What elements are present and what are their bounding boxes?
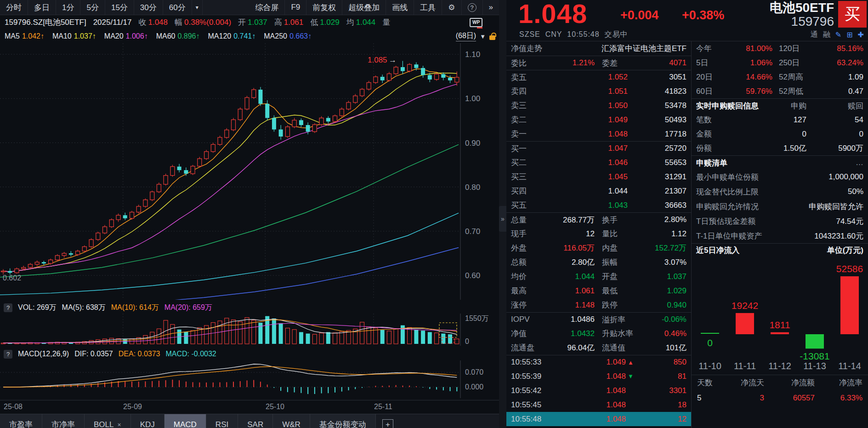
redeem-row-3: T日预估现金差额74.54元 <box>692 214 868 228</box>
period-tab-5[interactable]: 30分 <box>134 0 163 15</box>
stat-row-6: 涨停1.148跌停0.940 <box>506 298 691 312</box>
perf-row-1: 5日1.06%250日63.24% <box>692 56 868 70</box>
tick-row-4[interactable]: 10:55:481.04812 <box>506 412 691 426</box>
wp-monitor-icon[interactable]: WP <box>470 18 482 27</box>
buy-button[interactable]: 买 <box>838 1 867 28</box>
stat-row-1: 现手12量比1.12 <box>506 227 691 241</box>
perf-row-0: 今年81.00%120日85.16% <box>692 41 868 56</box>
svg-text:1811: 1811 <box>769 320 790 330</box>
tick-row-2[interactable]: 10:55:421.0483301 <box>506 383 691 398</box>
trading-app: 分时多日1分5分15分30分60分▾综合屏F9前复权超级叠加画线工具⚙?» 15… <box>0 0 868 428</box>
stat-row-4: 均价1.044开盘1.037 <box>506 269 691 284</box>
svg-text:11-12: 11-12 <box>768 361 791 371</box>
svg-text:0.70: 0.70 <box>465 227 480 236</box>
tick-row-1[interactable]: 10:55:391.048▼81 <box>506 369 691 383</box>
buy-row-4[interactable]: 买五1.04336663 <box>506 198 691 212</box>
toolbar-more-icon[interactable]: » <box>483 0 499 15</box>
price-change-pct: +0.38% <box>682 8 724 23</box>
svg-text:0: 0 <box>707 337 713 348</box>
time-axis: 25-0825-0925-1025-11 <box>0 400 499 414</box>
add-indicator-tab[interactable]: + <box>376 414 400 428</box>
vol-legend-vol: VOL: 269万 <box>18 303 57 313</box>
quote-mini-icon-2[interactable]: ✚ <box>858 30 864 39</box>
subscribe-header: 实时申购赎回信息申购赎回 <box>692 98 868 113</box>
quote-mini-icon-1[interactable]: ⊞ <box>846 30 853 39</box>
tool-item-5[interactable]: 工具 <box>414 0 442 15</box>
help-icon[interactable]: ? <box>462 0 483 15</box>
redeem-list-header[interactable]: 申赎清单… <box>692 155 868 170</box>
quote-panel-region: 1.048 +0.004 +0.38% 电池50ETF 159796 买 SZS… <box>506 0 868 428</box>
sell-row-0[interactable]: 卖五1.0523051 <box>506 70 691 84</box>
vol-legend-ma5: MA(5): 638万 <box>62 303 106 313</box>
buy-row-2[interactable]: 买三1.04531291 <box>506 170 691 184</box>
sell-row-3[interactable]: 卖二1.04950493 <box>506 113 691 127</box>
indicator-tab-W&R[interactable]: W&R <box>273 414 310 428</box>
buy-row-3[interactable]: 买四1.04421307 <box>506 184 691 198</box>
unlock-icon[interactable] <box>489 35 495 40</box>
main-candle-chart[interactable]: 1.101.000.900.800.700.601.085→0.602 <box>0 43 499 302</box>
macd-help-icon[interactable]: ? <box>4 350 12 359</box>
quote-mini-icon-0[interactable]: ✎ <box>835 30 842 39</box>
info-field-6: 量 <box>382 17 392 28</box>
redeem-row-2: 申购赎回允许情况申购赎回皆允许 <box>692 199 868 214</box>
indicator-tab-BOLL[interactable]: BOLL× <box>85 414 131 428</box>
subscribe-row-1: 金额00 <box>692 127 868 141</box>
month-label-25-10: 25-10 <box>266 403 284 411</box>
tool-item-0[interactable]: 综合屏 <box>249 0 285 15</box>
indicator-tab-KDJ[interactable]: KDJ <box>131 414 165 428</box>
buy-row-0[interactable]: 买一1.04725720 <box>506 141 691 155</box>
ma-legend-item-2: MA201.006↑ <box>104 32 148 40</box>
period-tab-1[interactable]: 多日 <box>28 0 56 15</box>
svg-text:11-11: 11-11 <box>734 361 756 371</box>
tool-item-4[interactable]: 画线 <box>386 0 414 15</box>
svg-text:0.60: 0.60 <box>465 271 480 280</box>
tab-close-icon[interactable]: × <box>117 421 121 428</box>
svg-text:-13081: -13081 <box>800 351 829 361</box>
svg-text:1.085: 1.085 <box>368 56 387 64</box>
exchange-label: SZSE CNY 10:55:48 交易中 <box>519 30 628 40</box>
tool-item-1[interactable]: F9 <box>285 0 306 15</box>
sell-row-1[interactable]: 卖四1.05141823 <box>506 84 691 98</box>
symbol-label: 159796.SZ[电池50ETF] <box>5 17 86 28</box>
period-tab-3[interactable]: 5分 <box>80 0 105 15</box>
period-tab-4[interactable]: 15分 <box>105 0 134 15</box>
range-caret-icon[interactable]: ▼ <box>480 33 486 40</box>
sell-row-2[interactable]: 卖三1.05053478 <box>506 98 691 113</box>
toolbar-spacer <box>203 0 250 15</box>
info-field-5: 均1.044 <box>346 17 376 28</box>
period-tab-2[interactable]: 1分 <box>56 0 80 15</box>
indicator-tab-市净率[interactable]: 市净率 <box>42 414 85 428</box>
indicator-tab-SAR[interactable]: SAR <box>238 414 273 428</box>
settings-gear-icon[interactable]: ⚙ <box>442 0 461 15</box>
month-label-25-11: 25-11 <box>374 403 392 411</box>
tool-item-2[interactable]: 前复权 <box>306 0 342 15</box>
bar-count-label[interactable]: (68日) <box>456 31 476 41</box>
tool-item-3[interactable]: 超级叠加 <box>342 0 386 15</box>
buy-row-1[interactable]: 买二1.04655653 <box>506 155 691 170</box>
instrument-name-block: 电池50ETF 159796 <box>770 1 834 29</box>
svg-text:0.602: 0.602 <box>3 274 21 282</box>
quote-header: 1.048 +0.004 +0.38% 电池50ETF 159796 买 SZS… <box>506 0 868 41</box>
flow-bar-chart: 0192421811-130815258611-1011-1111-1211-1… <box>692 257 868 375</box>
quote-info-bar: 159796.SZ[电池50ETF]2025/11/17收1.048幅0.38%… <box>0 15 499 29</box>
nav-row[interactable]: 净值走势汇添富中证电池主题ETF <box>506 41 691 56</box>
svg-text:0.070: 0.070 <box>465 368 483 376</box>
expand-panel-handle[interactable]: » <box>499 206 506 232</box>
tick-row-3[interactable]: 10:55:451.04818 <box>506 398 691 412</box>
volume-chart[interactable]: 1550万0 <box>0 314 499 348</box>
period-tab-6[interactable]: 60分 <box>163 0 192 15</box>
indicator-tab-MACD[interactable]: MACD <box>165 414 206 428</box>
indicator-tab-基金份额变动[interactable]: 基金份额变动 <box>310 414 376 428</box>
svg-text:0.80: 0.80 <box>465 183 480 192</box>
svg-text:0: 0 <box>465 337 469 345</box>
period-tab-0[interactable]: 分时 <box>0 0 28 15</box>
tick-row-0[interactable]: 10:55:331.049▲850 <box>506 355 691 369</box>
vol-legend-ma10: MA(10): 614万 <box>111 303 159 313</box>
macd-chart[interactable]: 0.0700.000 <box>0 360 499 400</box>
period-dropdown-icon[interactable]: ▾ <box>192 0 203 15</box>
indicator-tab-市盈率[interactable]: 市盈率 <box>0 414 42 428</box>
sell-row-4[interactable]: 卖一1.04817718 <box>506 127 691 141</box>
volume-help-icon[interactable]: ? <box>4 303 12 312</box>
indicator-tab-RSI[interactable]: RSI <box>206 414 238 428</box>
more-icon[interactable]: … <box>856 158 863 167</box>
